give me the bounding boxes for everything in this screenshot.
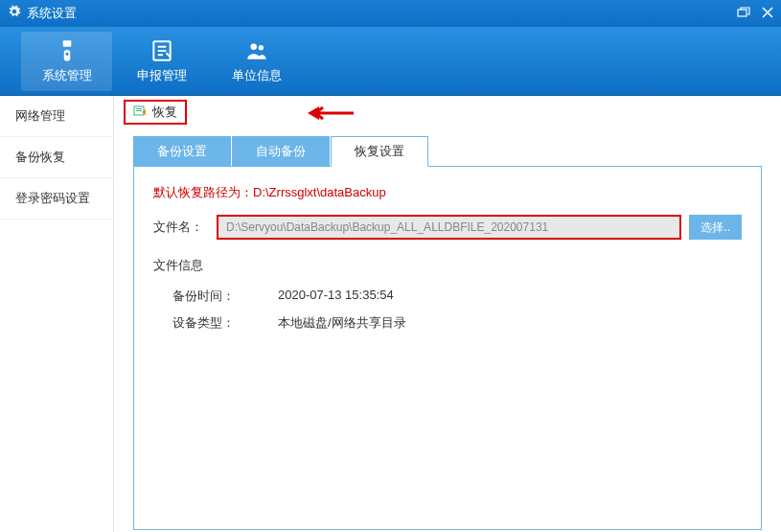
close-icon[interactable] bbox=[762, 6, 773, 21]
toolbar-label: 申报管理 bbox=[137, 67, 187, 84]
svg-rect-7 bbox=[136, 108, 142, 109]
default-path-hint: 默认恢复路径为：D:\Zrrssglxt\dataBackup bbox=[153, 184, 742, 201]
info-key: 设备类型： bbox=[172, 314, 278, 332]
window-title: 系统设置 bbox=[27, 5, 737, 22]
sidebar: 网络管理 备份恢复 登录密码设置 bbox=[0, 96, 114, 532]
info-key: 备份时间： bbox=[172, 288, 278, 305]
tab-restore-settings[interactable]: 恢复设置 bbox=[331, 136, 428, 167]
select-file-button[interactable]: 选择.. bbox=[689, 215, 742, 240]
tabs: 备份设置 自动备份 恢复设置 bbox=[133, 136, 781, 167]
info-val: 本地磁盘/网络共享目录 bbox=[278, 314, 406, 332]
svg-rect-0 bbox=[738, 10, 747, 16]
toolbar-system-manage[interactable]: 系统管理 bbox=[21, 32, 112, 91]
restore-button[interactable]: 恢复 bbox=[124, 100, 187, 125]
toolbar-label: 系统管理 bbox=[42, 67, 92, 84]
restore-window-icon[interactable] bbox=[737, 6, 750, 21]
toolbar-label: 单位信息 bbox=[232, 67, 282, 84]
info-row: 设备类型： 本地磁盘/网络共享目录 bbox=[153, 314, 742, 332]
restore-panel: 默认恢复路径为：D:\Zrrssglxt\dataBackup 文件名： 选择.… bbox=[133, 166, 762, 530]
titlebar: 系统设置 bbox=[0, 0, 781, 27]
info-row: 备份时间： 2020-07-13 15:35:54 bbox=[153, 288, 742, 305]
sidebar-item-backup[interactable]: 备份恢复 bbox=[0, 137, 113, 178]
svg-point-2 bbox=[65, 52, 68, 55]
restore-icon bbox=[133, 104, 149, 121]
info-val: 2020-07-13 15:35:54 bbox=[278, 288, 394, 305]
filename-label: 文件名： bbox=[153, 219, 209, 236]
tab-auto-backup[interactable]: 自动备份 bbox=[232, 136, 330, 167]
svg-point-4 bbox=[250, 43, 257, 50]
svg-rect-1 bbox=[62, 40, 71, 47]
toolbar-unit-info[interactable]: 单位信息 bbox=[211, 32, 302, 91]
toolbar-declare-manage[interactable]: 申报管理 bbox=[116, 32, 207, 91]
svg-point-5 bbox=[258, 45, 263, 50]
sidebar-item-password[interactable]: 登录密码设置 bbox=[0, 178, 113, 220]
restore-button-label: 恢复 bbox=[152, 104, 177, 121]
file-info-title: 文件信息 bbox=[153, 257, 742, 274]
svg-rect-8 bbox=[136, 110, 142, 111]
arrow-annotation bbox=[306, 104, 354, 123]
tab-backup-settings[interactable]: 备份设置 bbox=[133, 136, 231, 167]
sidebar-item-network[interactable]: 网络管理 bbox=[0, 96, 113, 137]
gear-icon bbox=[8, 5, 21, 22]
filename-input[interactable] bbox=[217, 215, 681, 240]
toolbar: 系统管理 申报管理 单位信息 bbox=[0, 27, 781, 96]
